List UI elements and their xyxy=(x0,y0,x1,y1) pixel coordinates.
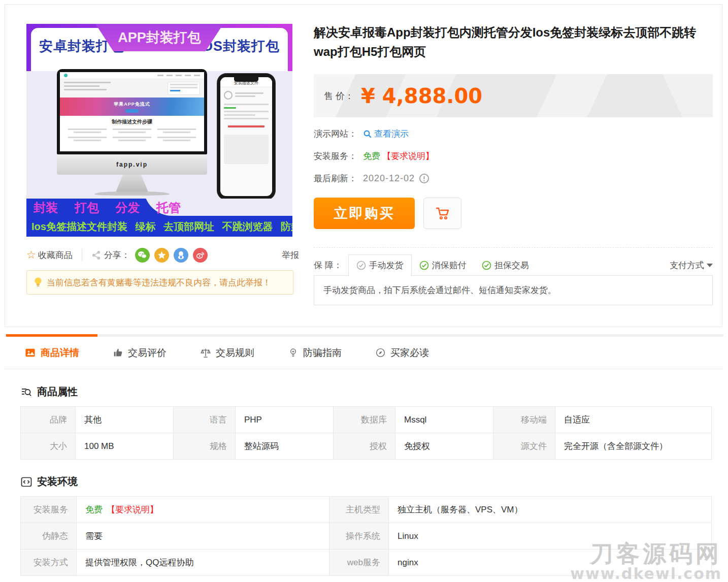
attr-label: 移动端 xyxy=(493,407,555,433)
attr-value: 自适应 xyxy=(555,407,711,433)
share-nodes-icon xyxy=(91,250,101,260)
env-label: 主机类型 xyxy=(329,497,388,523)
environment-section-header: 安装环境 xyxy=(20,475,723,489)
install-requirements-link[interactable]: 【要求说明】 xyxy=(382,150,434,162)
image-top-banner: 安卓封装打包 IOS封装打包 APP封装打包 xyxy=(26,24,292,71)
mock-hero-text: 苹果APP免流式 xyxy=(114,101,150,108)
env-value: 免费 【要求说明】 xyxy=(77,497,329,523)
mock-steps-title: 制作描述文件步骤 xyxy=(60,118,204,125)
product-image[interactable]: 安卓封装打包 IOS封装打包 APP封装打包 xyxy=(26,24,292,237)
guarantee-manual-delivery[interactable]: 手动发货 xyxy=(348,254,412,277)
divider xyxy=(314,247,713,248)
banner-keywords-row2: Ios免签描述文件封装 绿标 去顶部网址 不跳浏览器 防封下载 xyxy=(31,220,292,234)
share-weibo-icon[interactable] xyxy=(193,248,208,263)
banner-keywords-row1: 封装 打包 分发 托管 xyxy=(34,200,181,216)
share-wechat-icon[interactable] xyxy=(135,248,150,263)
favorite-star-icon[interactable]: ☆ xyxy=(26,249,36,261)
attributes-table: 品牌 其他 语言 PHP 数据库 Mssql 移动端 自适应 大小 100 MB… xyxy=(20,406,712,460)
guarantee-secured-transaction[interactable]: 担保交易 xyxy=(474,255,537,276)
product-summary-box: 安卓封装打包 IOS封装打包 APP封装打包 xyxy=(5,4,722,327)
buy-now-button[interactable]: 立即购买 xyxy=(314,198,415,229)
warning-bar: 当前信息若含有黄赌毒等违法违规不良内容，请点此举报！ xyxy=(26,270,293,295)
refresh-row: 最后刷新： 2020-12-02 xyxy=(314,173,713,184)
attr-label: 数据库 xyxy=(334,407,395,433)
picture-icon xyxy=(24,347,36,359)
phone-profile-icon xyxy=(224,91,233,100)
cart-icon xyxy=(435,206,451,221)
product-detail-panel: 商品属性 品牌 其他 语言 PHP 数据库 Mssql 移动端 自适应 大小 1… xyxy=(5,370,723,582)
iphone-mockup: 安装描述文件 xyxy=(217,74,275,200)
demo-label: 演示网站： xyxy=(314,128,357,140)
image-devices-area: 苹果APP免流式 制作描述文件步骤 xyxy=(26,71,292,199)
magnifier-icon xyxy=(363,130,372,139)
lightbulb-icon xyxy=(288,347,299,358)
tab-antifraud-guide[interactable]: 防骗指南 xyxy=(288,346,342,360)
env-label: 伪静态 xyxy=(21,523,76,549)
product-info-column: 解决安卓报毒App封装打包内测托管分发Ios免签封装绿标去顶部不跳转wap打包H… xyxy=(314,23,713,305)
guarantee-label: 保 障： xyxy=(314,260,342,271)
env-label: 安装服务 xyxy=(21,497,76,523)
environment-section-title: 安装环境 xyxy=(37,475,78,489)
price-banner: 售 价： ¥ 4,888.00 xyxy=(314,74,713,117)
install-label: 安装服务： xyxy=(314,150,357,162)
tab-product-detail[interactable]: 商品详情 xyxy=(24,346,79,360)
price-label: 售 价： xyxy=(324,90,354,102)
attr-label: 语言 xyxy=(174,407,235,433)
favorite-button[interactable]: 收藏商品 xyxy=(38,249,73,261)
refresh-date: 2020-12-02 xyxy=(363,173,415,184)
thumbs-up-icon xyxy=(113,347,123,358)
product-page: 安卓封装打包 IOS封装打包 APP封装打包 xyxy=(0,0,728,582)
add-to-cart-button[interactable] xyxy=(423,198,461,229)
imac-mockup: 苹果APP免流式 制作描述文件步骤 xyxy=(57,69,207,196)
attr-label: 规格 xyxy=(174,433,235,459)
payment-method-dropdown[interactable]: 支付方式 xyxy=(670,260,713,271)
attr-value: 整站源码 xyxy=(236,433,333,459)
attr-value: 100 MB xyxy=(76,433,173,459)
guarantee-consumer-protection[interactable]: 消保赔付 xyxy=(412,255,474,276)
env-value: nginx xyxy=(389,549,711,575)
tab-trade-rules[interactable]: 交易规则 xyxy=(200,346,254,360)
share-label: 分享： xyxy=(104,249,130,261)
tab-buyer-mustread[interactable]: 买家必读 xyxy=(375,346,429,360)
attr-value: Mssql xyxy=(395,407,493,433)
env-label: 操作系统 xyxy=(329,523,388,549)
attr-value: PHP xyxy=(236,407,333,433)
env-value: 提供管理权限，QQ远程协助 xyxy=(77,549,329,575)
share-qq-icon[interactable] xyxy=(174,248,188,263)
mock-site-logo xyxy=(64,74,68,77)
divider xyxy=(82,249,82,261)
chevron-down-icon xyxy=(707,264,713,270)
image-bottom-banner: 封装 打包 分发 托管 Ios免签描述文件封装 绿标 去顶部网址 不跳浏览器 防… xyxy=(26,199,292,237)
mock-brand-text: fapp.vip xyxy=(116,161,148,168)
attr-label: 大小 xyxy=(21,433,75,459)
share-qzone-icon[interactable] xyxy=(154,248,169,263)
code-icon xyxy=(20,476,32,488)
demo-link[interactable]: 查看演示 xyxy=(363,128,409,140)
delivery-note: 手动发货商品，拍下后系统会通过邮件、短信通知卖家发货。 xyxy=(314,275,713,305)
favorite-share-bar: ☆ 收藏商品 分享： 举报 xyxy=(26,246,299,264)
warning-report-link[interactable]: 当前信息若含有黄赌毒等违法违规不良内容，请点此举报！ xyxy=(47,277,271,288)
active-tab-accent xyxy=(6,334,97,337)
attr-label: 授权 xyxy=(334,433,395,459)
env-install-requirements-link[interactable]: 【要求说明】 xyxy=(107,504,158,515)
tab-trade-reviews[interactable]: 交易评价 xyxy=(113,346,167,360)
product-title: 解决安卓报毒App封装打包内测托管分发Ios免签封装绿标去顶部不跳转wap打包H… xyxy=(314,23,713,61)
env-label: web服务 xyxy=(329,549,388,575)
environment-table: 安装服务 免费 【要求说明】 主机类型 独立主机（服务器、VPS、VM） 伪静态… xyxy=(20,496,712,576)
list-search-icon xyxy=(20,386,32,398)
attr-value: 免授权 xyxy=(395,433,493,459)
price-value: ¥ 4,888.00 xyxy=(361,84,482,108)
check-circle-icon xyxy=(356,261,366,270)
report-link[interactable]: 举报 xyxy=(282,249,299,261)
attributes-section-header: 商品属性 xyxy=(20,385,723,399)
compass-icon xyxy=(375,347,386,358)
attr-label: 源文件 xyxy=(493,433,555,459)
scales-icon xyxy=(200,347,211,359)
attributes-section-title: 商品属性 xyxy=(37,385,78,399)
info-exclamation-icon[interactable] xyxy=(419,173,429,184)
env-value: 独立主机（服务器、VPS、VM） xyxy=(389,497,711,523)
purchase-actions: 立即购买 xyxy=(314,198,713,229)
check-circle-icon xyxy=(419,261,429,270)
demo-row: 演示网站： 查看演示 xyxy=(314,128,713,140)
env-value: 需要 xyxy=(77,523,329,549)
